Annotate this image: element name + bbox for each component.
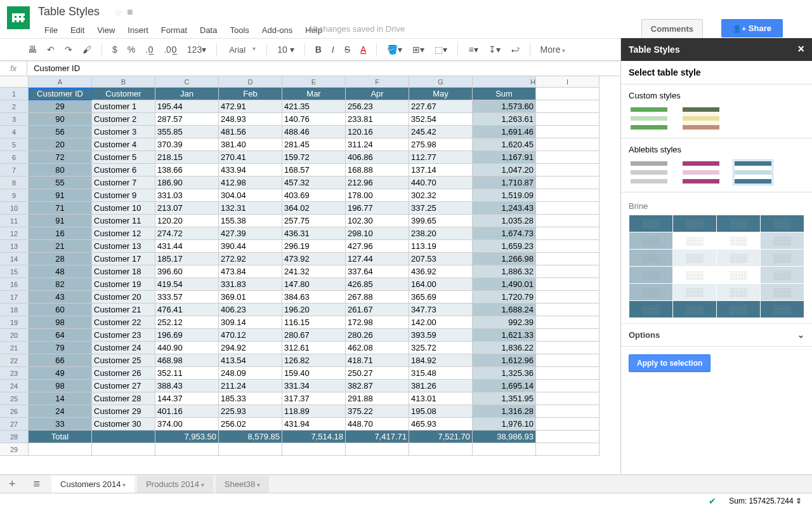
cell[interactable]: Customer 1	[92, 100, 155, 113]
cell[interactable]: 337.64	[346, 265, 409, 278]
cell[interactable]: 472.91	[219, 100, 282, 113]
cell[interactable]: 1,612.96	[473, 354, 536, 367]
cell[interactable]: 120.16	[346, 126, 409, 138]
cell[interactable]: Customer 19	[92, 278, 155, 291]
cell[interactable]: 413.01	[409, 392, 473, 405]
cell[interactable]: 304.04	[219, 189, 282, 202]
cell[interactable]: 1,836.22	[473, 342, 536, 354]
cell[interactable]: 1,573.60	[473, 100, 536, 113]
options-section[interactable]: Options⌄	[621, 323, 812, 347]
cell[interactable]: 225.93	[219, 405, 282, 418]
cell[interactable]	[536, 164, 599, 177]
cell[interactable]: Customer 24	[92, 342, 155, 354]
cell[interactable]: 248.93	[219, 113, 282, 126]
cell[interactable]: 433.94	[219, 164, 282, 177]
cell[interactable]: 270.41	[219, 151, 282, 164]
cell[interactable]: 1,316.28	[473, 405, 536, 418]
row-header[interactable]: 16	[0, 278, 29, 291]
cell[interactable]	[219, 443, 282, 456]
cell[interactable]: 427.39	[219, 227, 282, 240]
cell[interactable]: 352.11	[155, 367, 219, 380]
cell[interactable]: 1,490.01	[473, 278, 536, 291]
cell[interactable]: 1,047.20	[473, 164, 536, 177]
cell[interactable]: 55	[29, 177, 92, 189]
cell[interactable]: 280.26	[346, 329, 409, 342]
select-all-corner[interactable]	[0, 76, 29, 88]
cell[interactable]	[536, 392, 599, 405]
cell[interactable]: 144.37	[155, 392, 219, 405]
cell[interactable]: 38,986.93	[473, 431, 536, 443]
row-header[interactable]: 13	[0, 240, 29, 253]
col-header[interactable]: B	[92, 76, 155, 88]
col-header[interactable]: E	[282, 76, 346, 88]
cell[interactable]: 281.45	[282, 138, 346, 151]
row-header[interactable]: 25	[0, 392, 29, 405]
cell[interactable]: 468.98	[155, 354, 219, 367]
cell[interactable]: Customer 20	[92, 291, 155, 304]
style-thumb[interactable]	[681, 105, 721, 131]
cell[interactable]: 331.03	[155, 189, 219, 202]
cell[interactable]: 488.46	[282, 126, 346, 138]
cell[interactable]	[473, 443, 536, 456]
cell[interactable]	[536, 215, 599, 227]
col-header[interactable]: A	[29, 76, 92, 88]
cell[interactable]: 369.01	[219, 291, 282, 304]
cell[interactable]: Customer 28	[92, 392, 155, 405]
cell[interactable]: 365.69	[409, 291, 473, 304]
row-header[interactable]: 22	[0, 354, 29, 367]
sheet-tab[interactable]: Products 2014	[137, 476, 213, 493]
row-header[interactable]: 24	[0, 380, 29, 392]
cell[interactable]	[536, 278, 599, 291]
cell[interactable]: 470.12	[219, 329, 282, 342]
cell[interactable]: 20	[29, 138, 92, 151]
cell[interactable]: 112.77	[409, 151, 473, 164]
cell[interactable]: 142.00	[409, 316, 473, 329]
cell[interactable]: Mar	[282, 88, 346, 100]
row-header[interactable]: 29	[0, 443, 29, 456]
cell[interactable]: 291.88	[346, 392, 409, 405]
row-header[interactable]: 15	[0, 265, 29, 278]
app-logo[interactable]	[7, 6, 30, 29]
cell[interactable]: 272.92	[219, 253, 282, 265]
cell[interactable]: 473.84	[219, 265, 282, 278]
cell[interactable]: 1,266.98	[473, 253, 536, 265]
cell[interactable]: 212.96	[346, 177, 409, 189]
cell[interactable]: 1,621.33	[473, 329, 536, 342]
cell[interactable]: 1,243.43	[473, 202, 536, 215]
cell[interactable]: 7,514.18	[282, 431, 346, 443]
cell[interactable]: 481.56	[219, 126, 282, 138]
cell[interactable]: 116.15	[282, 316, 346, 329]
cell[interactable]: 465.93	[409, 418, 473, 431]
row-header[interactable]: 19	[0, 316, 29, 329]
cell[interactable]: Customer 10	[92, 202, 155, 215]
cell[interactable]: 352.54	[409, 113, 473, 126]
col-header[interactable]: I	[536, 76, 599, 88]
redo-icon[interactable]: ↷	[62, 44, 75, 55]
cell[interactable]: 21	[29, 240, 92, 253]
cell[interactable]: 375.22	[346, 405, 409, 418]
cell[interactable]: 440.70	[409, 177, 473, 189]
apply-button[interactable]: Apply to selection	[629, 354, 710, 372]
col-header[interactable]: H	[473, 76, 536, 88]
cell[interactable]	[536, 113, 599, 126]
cell[interactable]: 426.85	[346, 278, 409, 291]
cell[interactable]: 331.34	[282, 380, 346, 392]
cell[interactable]: Customer 30	[92, 418, 155, 431]
cell[interactable]: 406.23	[219, 304, 282, 316]
cell[interactable]: 241.32	[282, 265, 346, 278]
borders-button[interactable]: ⊞▾	[410, 44, 427, 55]
cell[interactable]: 184.92	[409, 354, 473, 367]
cell[interactable]	[536, 240, 599, 253]
col-header[interactable]: D	[219, 76, 282, 88]
cell[interactable]: 196.20	[282, 304, 346, 316]
cell[interactable]: 309.14	[219, 316, 282, 329]
cell[interactable]	[536, 100, 599, 113]
undo-icon[interactable]: ↶	[44, 44, 57, 55]
cell[interactable]	[536, 177, 599, 189]
cell[interactable]: 90	[29, 113, 92, 126]
cell[interactable]: 412.98	[219, 177, 282, 189]
menu-edit[interactable]: Edit	[64, 23, 91, 37]
cell[interactable]	[536, 380, 599, 392]
cell[interactable]: Customer 26	[92, 367, 155, 380]
cell[interactable]: 137.14	[409, 164, 473, 177]
